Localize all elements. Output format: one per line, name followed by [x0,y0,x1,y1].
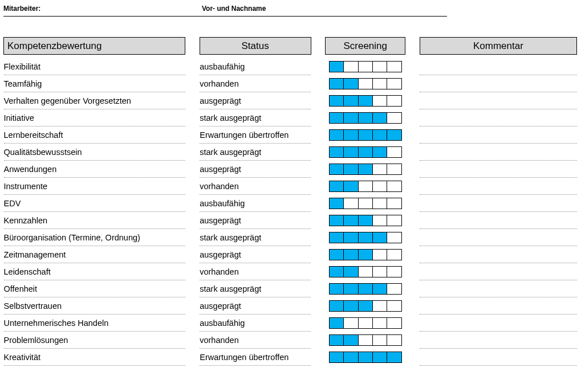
bar-segment [359,284,373,294]
screening-cell [326,161,405,178]
bar-segment [359,164,373,174]
bar-segment [330,198,344,209]
comment-cell [420,126,576,144]
gap [311,349,326,366]
status-cell: stark ausgeprägt [200,280,311,297]
bar-segment [373,284,387,294]
gap [405,349,420,366]
table-row: EDVausbaufähig [4,195,577,212]
status-cell: stark ausgeprägt [200,109,311,126]
bar-segment [387,147,401,157]
gap [405,212,420,229]
gap [405,195,420,212]
bar-segment [359,301,373,311]
gap [405,58,420,75]
bar-segment [344,113,358,123]
screening-bar [329,112,402,124]
gap [311,126,326,144]
table-row: Problemlösungenvorhanden [4,332,577,349]
bar-segment [387,215,401,226]
gap [185,38,200,55]
gap [311,161,326,178]
status-cell: vorhanden [200,263,311,280]
bar-segment [359,62,373,72]
competence-cell: Zeitmanagement [4,246,185,263]
bar-segment [373,62,387,72]
bar-segment [344,352,358,362]
bar-segment [373,318,387,328]
bar-segment [373,147,387,157]
gap [311,144,326,161]
status-cell: Erwartungen übertroffen [200,126,311,144]
gap [185,332,200,349]
bar-segment [344,250,358,260]
status-cell: ausgeprägt [200,246,311,263]
bar-segment [373,181,387,191]
gap [311,315,326,332]
gap [185,212,200,229]
bar-segment [387,352,401,362]
gap [311,332,326,349]
gap [185,178,200,195]
bar-segment [387,232,401,243]
header-status: Status [200,38,311,55]
status-cell: ausbaufähig [200,58,311,75]
bar-segment [373,335,387,345]
table-row: Selbstvertrauenausgeprägt [4,297,577,315]
gap [311,263,326,280]
comment-cell [420,195,576,212]
competence-cell: Kreativität [4,349,185,366]
bar-segment [330,147,344,157]
status-cell: stark ausgeprägt [200,144,311,161]
competence-cell: Selbstvertrauen [4,297,185,315]
screening-cell [326,280,405,297]
bar-segment [359,232,373,243]
competence-cell: Verhalten gegenüber Vorgesetzten [4,92,185,109]
table-row: Flexibilitätausbaufähig [4,58,577,75]
bar-segment [344,164,358,174]
screening-bar [329,129,402,141]
table-row: Kennzahlenausgeprägt [4,212,577,229]
comment-cell [420,297,576,315]
bar-segment [373,96,387,106]
competence-cell: Initiative [4,109,185,126]
table-row: Instrumentevorhanden [4,178,577,195]
gap [405,126,420,144]
comment-cell [420,229,576,246]
gap [185,75,200,92]
screening-bar [329,146,402,158]
header-screening: Screening [326,38,405,55]
screening-cell [326,178,405,195]
gap [405,75,420,92]
table-row: Teamfähigvorhanden [4,75,577,92]
gap [311,212,326,229]
comment-cell [420,58,576,75]
gap [185,58,200,75]
gap [185,263,200,280]
table-row: Anwendungenausgeprägt [4,161,577,178]
bar-segment [344,284,358,294]
status-cell: vorhanden [200,178,311,195]
competence-cell: Teamfähig [4,75,185,92]
bar-segment [373,113,387,123]
screening-cell [326,92,405,109]
bar-segment [330,164,344,174]
competence-cell: Kennzahlen [4,212,185,229]
bar-segment [330,284,344,294]
name-label: Vor- und Nachname [202,3,447,17]
bar-segment [330,335,344,345]
table-row: Verhalten gegenüber Vorgesetztenausgeprä… [4,92,577,109]
bar-segment [344,79,358,89]
bar-segment [387,318,401,328]
screening-cell [326,212,405,229]
gap [405,161,420,178]
bar-segment [359,79,373,89]
bar-segment [330,301,344,311]
screening-bar [329,232,402,243]
screening-cell [326,195,405,212]
comment-cell [420,109,576,126]
bar-segment [344,130,358,140]
bar-segment [387,164,401,174]
status-cell: ausgeprägt [200,92,311,109]
competence-cell: Offenheit [4,280,185,297]
